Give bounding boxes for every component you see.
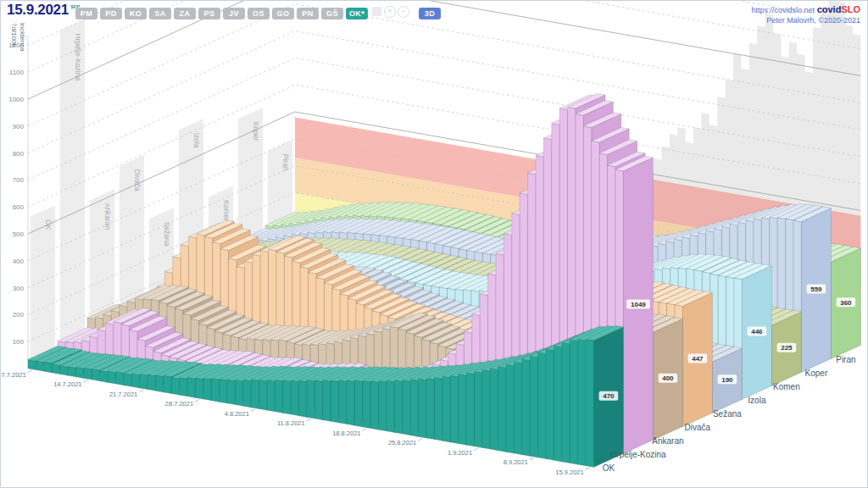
value-label-hrpelje-kozina: 1049 xyxy=(631,301,646,308)
wall-label-komen: Komen xyxy=(222,200,231,223)
y-tick-800: 800 xyxy=(13,150,25,158)
region-button-os[interactable]: OS xyxy=(248,8,270,19)
app-window: OKHrpelje-KozinaAnkaranDivačaSežanaIzola… xyxy=(0,0,868,488)
y-tick-300: 300 xyxy=(13,285,25,292)
series-label-se-ana: Sežana xyxy=(713,409,742,419)
region-button-jv[interactable]: JV xyxy=(223,8,245,19)
brand-slo: SLO xyxy=(841,4,860,14)
x-tick-mark xyxy=(363,429,367,431)
region-button-g-[interactable]: GŠ xyxy=(321,8,343,19)
x-tick-21.7.2021: 21.7.2021 xyxy=(109,391,137,398)
x-tick-11.8.2021: 11.8.2021 xyxy=(277,419,305,427)
wall-label-se-ana: Sežana xyxy=(163,222,171,247)
x-tick-mark xyxy=(586,468,590,470)
x-tick-1.9.2021: 1.9.2021 xyxy=(448,449,472,457)
value-label-koper: 559 xyxy=(810,286,822,293)
mode-3d-button[interactable]: 3D xyxy=(419,8,441,19)
region-button-pm[interactable]: PM xyxy=(75,8,97,19)
x-tick-mark xyxy=(195,399,199,402)
value-label-diva-a: 447 xyxy=(692,355,704,363)
value-label-se-ana: 190 xyxy=(721,376,733,384)
x-tick-mark xyxy=(251,409,255,412)
x-tick-mark xyxy=(307,419,311,421)
value-label-ok: 470 xyxy=(603,392,615,400)
x-tick-mark xyxy=(139,390,143,392)
region-button-ps[interactable]: PS xyxy=(198,8,220,19)
credit-line: Peter Malovrh, ©2020-2021 xyxy=(752,16,860,26)
x-tick-18.8.2021: 18.8.2021 xyxy=(332,430,360,437)
region-button-sa[interactable]: SA xyxy=(149,8,171,19)
value-label-izola: 446 xyxy=(751,328,763,336)
region-button-pn[interactable]: PN xyxy=(297,8,319,19)
toolbar: 15.9.2021sre PMPDKOSAZAPSJVOSGOPNGŠOK*+−… xyxy=(1,1,867,21)
brand-covid: covid xyxy=(817,4,842,14)
x-tick-25.8.2021: 25.8.2021 xyxy=(388,439,416,446)
y-tick-900: 900 xyxy=(13,123,25,130)
active-region-button[interactable]: OK* xyxy=(346,8,368,19)
series-label-komen: Komen xyxy=(773,382,800,391)
region-button-za[interactable]: ZA xyxy=(174,8,196,19)
date-text: 15.9.2021 xyxy=(7,2,69,18)
x-tick-mark xyxy=(474,448,478,451)
x-tick-mark xyxy=(84,380,88,382)
value-label-piran: 360 xyxy=(840,299,852,307)
value-label-komen: 225 xyxy=(781,344,793,352)
x-tick-15.9.2021: 15.9.2021 xyxy=(555,469,583,476)
layer-toggle-button[interactable] xyxy=(372,7,381,16)
y-tick-1000: 1000 xyxy=(8,96,24,103)
wall-label-izola: Izola xyxy=(192,133,201,148)
wall-label-hrpelje-kozina: Hrpelje-Kozina xyxy=(74,33,82,80)
site-link[interactable]: https://covidslo.net xyxy=(752,6,815,14)
y-tick-600: 600 xyxy=(13,203,25,211)
x-tick-7.7.2021: 7.7.2021 xyxy=(1,371,25,379)
wall-label-diva-a: Divača xyxy=(133,169,142,191)
y-tick-400: 400 xyxy=(13,258,25,265)
series-label-diva-a: Divača xyxy=(685,423,711,432)
site-header: https://covidslo.net covidSLO Peter Malo… xyxy=(752,3,860,25)
series-label-ankaran: Ankaran xyxy=(652,436,683,446)
y-axis-title-2: incidenca xyxy=(19,23,26,52)
3d-incidence-chart: OKHrpelje-KozinaAnkaranDivačaSežanaIzola… xyxy=(1,1,867,487)
series-label-koper: Koper xyxy=(805,369,828,378)
x-tick-mark xyxy=(28,370,32,373)
y-axis-title: 7d/100k xyxy=(10,23,18,47)
series-label-ok: OK xyxy=(603,463,615,473)
region-button-pd[interactable]: PD xyxy=(100,8,122,19)
x-tick-8.9.2021: 8.9.2021 xyxy=(504,458,528,466)
zoom-in-button[interactable]: + xyxy=(384,6,396,18)
region-button-ko[interactable]: KO xyxy=(125,8,147,19)
x-tick-4.8.2021: 4.8.2021 xyxy=(225,410,249,418)
y-tick-200: 200 xyxy=(13,311,25,319)
value-label-ankaran: 400 xyxy=(662,374,674,382)
series-label-piran: Piran xyxy=(836,355,855,364)
y-tick-500: 500 xyxy=(13,230,25,238)
zoom-out-button[interactable]: − xyxy=(398,6,409,18)
x-tick-mark xyxy=(530,458,534,460)
series-label-hrpelje-kozina: Hrpelje-Kozina xyxy=(610,450,666,459)
y-tick-100: 100 xyxy=(13,338,25,346)
region-button-go[interactable]: GO xyxy=(272,8,294,19)
y-tick-1100: 1100 xyxy=(9,69,25,76)
y-tick-700: 700 xyxy=(13,176,25,184)
x-tick-28.7.2021: 28.7.2021 xyxy=(165,400,193,408)
current-date[interactable]: 15.9.2021sre xyxy=(7,2,80,19)
region-toolbar: PMPDKOSAZAPSJVOSGOPNGŠOK*+−3D xyxy=(75,4,443,19)
series-label-izola: Izola xyxy=(748,396,766,405)
x-tick-mark xyxy=(418,438,422,441)
x-tick-14.7.2021: 14.7.2021 xyxy=(53,380,81,388)
